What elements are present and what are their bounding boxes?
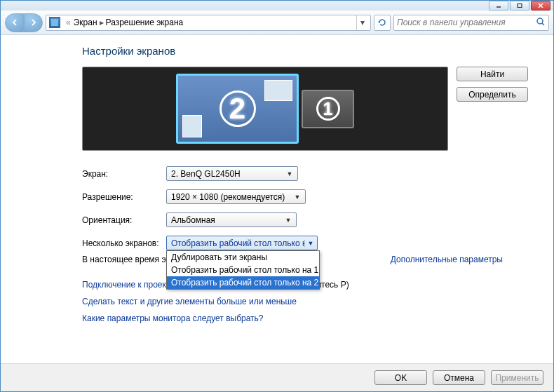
orientation-combo[interactable]: Альбомная ▼ — [166, 212, 297, 227]
display-combo[interactable]: 2. BenQ GL2450H ▼ — [166, 166, 298, 181]
resolution-label: Разрешение: — [82, 192, 166, 202]
titlebar — [1, 1, 553, 11]
search-icon[interactable] — [536, 17, 546, 29]
cancel-button[interactable]: Отмена — [433, 370, 485, 385]
window-thumb-icon — [264, 80, 292, 101]
text-size-link[interactable]: Сделать текст и другие элементы больше и… — [82, 297, 297, 306]
breadcrumb-item[interactable]: Экран — [74, 18, 97, 27]
detect-button[interactable]: Найти — [457, 67, 528, 81]
dropdown-option-duplicate[interactable]: Дублировать эти экраны — [167, 251, 319, 264]
content-area: Настройки экранов 2 1 Найти Определить Э… — [1, 35, 553, 337]
toolbar: « Экран ▸ Разрешение экрана ▾ — [1, 11, 553, 35]
breadcrumb[interactable]: « Экран ▸ Разрешение экрана ▾ — [46, 15, 371, 31]
search-input[interactable] — [397, 18, 536, 27]
svg-line-5 — [542, 23, 544, 25]
minimize-button[interactable] — [489, 1, 508, 11]
multiple-displays-dropdown: Дублировать эти экраны Отобразить рабочи… — [166, 250, 320, 290]
control-panel-window: « Экран ▸ Разрешение экрана ▾ Настройки … — [0, 0, 554, 392]
resolution-combo[interactable]: 1920 × 1080 (рекомендуется) ▼ — [166, 189, 306, 204]
multiple-displays-label: Несколько экранов: — [82, 238, 166, 248]
ok-button[interactable]: OK — [374, 370, 427, 385]
dialog-footer: OK Отмена Применить — [1, 363, 553, 391]
dropdown-option-show-on-2[interactable]: Отобразить рабочий стол только на 2 — [167, 276, 319, 289]
combo-value: 2. BenQ GL2450H — [171, 169, 285, 179]
combo-value: Отобразить рабочий стол только на 2 — [171, 238, 304, 248]
combo-value: Альбомная — [171, 215, 283, 225]
note-text: В настоящее время эт — [82, 255, 170, 264]
close-button[interactable] — [531, 1, 550, 11]
chevron-down-icon: ▼ — [292, 194, 302, 201]
display-label: Экран: — [82, 169, 166, 179]
refresh-button[interactable] — [374, 15, 391, 31]
chevron-down-icon: ▼ — [283, 217, 293, 224]
breadcrumb-prefix: « — [66, 18, 71, 27]
back-button[interactable] — [5, 13, 24, 32]
window-thumb-icon — [182, 115, 202, 137]
chevron-down-icon: ▼ — [304, 240, 314, 247]
display-icon — [49, 17, 60, 28]
maximize-button[interactable] — [510, 1, 529, 11]
dropdown-option-show-on-1[interactable]: Отобразить рабочий стол только на 1 — [167, 264, 319, 276]
svg-point-4 — [537, 18, 543, 24]
chevron-right-icon: ▸ — [100, 18, 104, 27]
monitor-1[interactable]: 1 — [302, 90, 354, 128]
apply-button[interactable]: Применить — [491, 370, 543, 385]
which-monitor-link[interactable]: Какие параметры монитора следует выбрать… — [82, 313, 264, 323]
search-box[interactable] — [393, 15, 549, 31]
breadcrumb-item[interactable]: Разрешение экрана — [106, 18, 184, 27]
monitor-number: 1 — [316, 97, 340, 121]
combo-value: 1920 × 1080 (рекомендуется) — [171, 192, 292, 202]
advanced-settings-link[interactable]: Дополнительные параметры — [391, 255, 503, 264]
multiple-displays-combo[interactable]: Отобразить рабочий стол только на 2 ▼ Ду… — [166, 236, 318, 250]
page-title: Настройки экранов — [82, 45, 528, 57]
monitor-number: 2 — [219, 90, 256, 127]
svg-rect-1 — [518, 4, 522, 8]
monitor-2[interactable]: 2 — [176, 74, 299, 144]
orientation-label: Ориентация: — [82, 215, 166, 225]
identify-button[interactable]: Определить — [457, 87, 528, 102]
chevron-down-icon: ▼ — [285, 170, 295, 177]
monitor-preview[interactable]: 2 1 — [82, 67, 448, 151]
forward-button[interactable] — [24, 13, 43, 32]
chevron-down-icon[interactable]: ▾ — [356, 15, 367, 30]
